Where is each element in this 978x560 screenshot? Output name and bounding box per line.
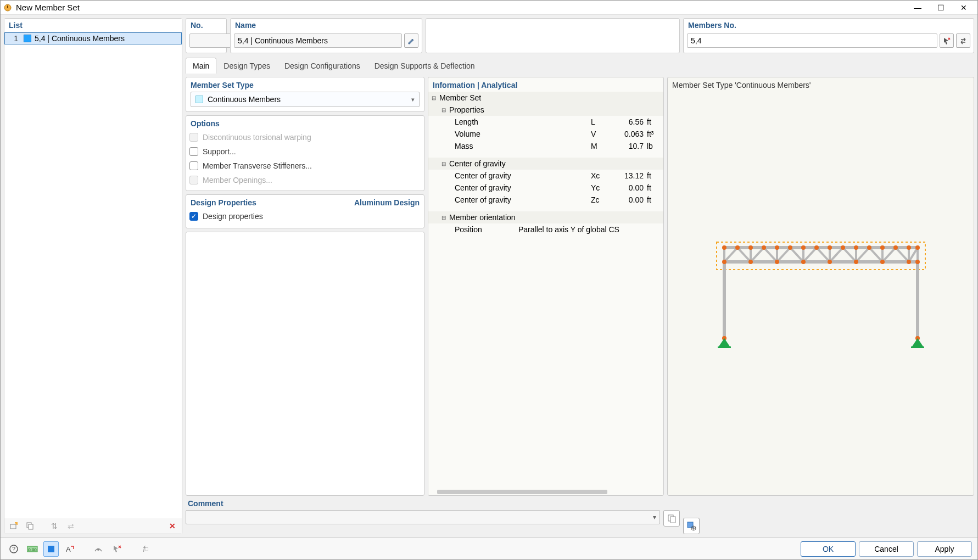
svg-point-46: [841, 245, 845, 250]
collapse-icon[interactable]: ⊟: [440, 160, 447, 167]
option-disc-warping-row: Discontinuous torsional warping: [186, 130, 424, 144]
svg-point-3: [15, 522, 18, 524]
preview-title: Member Set Type 'Continuous Members': [668, 77, 974, 93]
svg-point-41: [775, 245, 779, 250]
svg-line-26: [896, 248, 909, 262]
tab-main[interactable]: Main: [186, 58, 216, 74]
delete-icon[interactable]: ✕: [165, 519, 180, 533]
help-icon[interactable]: ?: [6, 541, 21, 557]
aluminum-design-link[interactable]: Aluminum Design: [354, 198, 420, 207]
left-column: List 1 5,4 | Continuous Members ⇅ ⇄: [4, 18, 182, 534]
edit-name-icon[interactable]: [404, 33, 418, 48]
view-settings-icon[interactable]: [91, 541, 106, 557]
tree-row-mass: Mass M 10.7 lb: [428, 140, 663, 152]
collapse-icon[interactable]: ⊟: [431, 94, 437, 101]
svg-line-23: [856, 248, 869, 262]
comment-combo[interactable]: ▾: [186, 510, 660, 524]
svg-point-53: [722, 260, 726, 264]
svg-point-44: [814, 245, 819, 250]
tree-orientation[interactable]: ⊟ Member orientation: [428, 211, 663, 223]
dialog-window: New Member Set — ☐ ✕ List 1 5,4 | Contin…: [0, 0, 978, 560]
option-support-row[interactable]: Support...: [186, 144, 424, 159]
design-properties-label: Design properties: [203, 212, 263, 221]
blank-header-box: [426, 18, 680, 53]
option-transverse-row[interactable]: Member Transverse Stiffeners...: [186, 159, 424, 173]
list-body: 1 5,4 | Continuous Members: [4, 32, 182, 518]
info-hscrollbar[interactable]: [428, 489, 663, 495]
name-input[interactable]: [234, 33, 402, 48]
reverse-order-icon[interactable]: [956, 33, 970, 48]
cancel-button[interactable]: Cancel: [859, 541, 914, 557]
minimize-button[interactable]: —: [906, 1, 929, 15]
type-color-swatch: [195, 96, 203, 103]
tabs: Main Design Types Design Configurations …: [186, 57, 974, 74]
apply-button[interactable]: Apply: [917, 541, 972, 557]
header-row: No. Name Members No.: [186, 18, 974, 53]
window-title: New Member Set: [16, 3, 80, 12]
tree-row-position: Position Parallel to axis Y of global CS: [428, 223, 663, 236]
pick-icon[interactable]: [109, 541, 125, 557]
new-item-icon[interactable]: [7, 519, 21, 533]
tree-cog[interactable]: ⊟ Center of gravity: [428, 158, 663, 170]
close-button[interactable]: ✕: [952, 1, 975, 15]
design-properties-header: Design Properties Aluminum Design: [186, 195, 424, 209]
tree-row-xc: Center of gravity Xc 13.12 ft: [428, 170, 663, 182]
members-no-input[interactable]: [687, 33, 937, 48]
renumber-icon[interactable]: ⇄: [64, 519, 78, 533]
no-label: No.: [186, 19, 226, 32]
tab-design-types[interactable]: Design Types: [216, 58, 277, 74]
list-item[interactable]: 1 5,4 | Continuous Members: [4, 32, 182, 44]
checkbox-design-properties[interactable]: ✓: [189, 212, 198, 221]
tab-design-supports[interactable]: Design Supports & Deflection: [367, 58, 482, 74]
svg-rect-67: [911, 346, 924, 348]
svg-line-22: [843, 248, 856, 262]
info-body: ⊟ Member Set ⊟ Properties Length L: [428, 92, 663, 489]
color-icon[interactable]: [43, 541, 59, 557]
svg-point-51: [907, 245, 911, 250]
svg-text:?: ?: [12, 546, 15, 552]
svg-line-17: [777, 248, 790, 262]
svg-rect-65: [718, 346, 731, 348]
name-label: Name: [231, 19, 422, 32]
maximize-button[interactable]: ☐: [929, 1, 952, 15]
svg-point-61: [915, 260, 920, 264]
pick-members-icon[interactable]: [940, 33, 954, 48]
design-properties-title: Design Properties: [191, 198, 256, 207]
option-openings-row: Member Openings...: [186, 173, 424, 187]
sort-icon[interactable]: ⇅: [47, 519, 62, 533]
svg-point-39: [748, 245, 753, 250]
svg-rect-76: [48, 546, 54, 552]
settings-column: Member Set Type Continuous Members ▾ Opt: [186, 77, 424, 496]
svg-line-14: [737, 248, 751, 262]
function-icon[interactable]: f□: [138, 541, 153, 557]
upper-area: List 1 5,4 | Continuous Members ⇅ ⇄: [4, 18, 974, 534]
collapse-icon[interactable]: ⊟: [440, 107, 447, 113]
svg-rect-2: [10, 524, 16, 529]
tab-design-configurations[interactable]: Design Configurations: [277, 58, 367, 74]
tree-properties[interactable]: ⊟ Properties: [428, 104, 663, 116]
comment-edit-icon[interactable]: [663, 510, 680, 527]
design-properties-row[interactable]: ✓ Design properties: [186, 209, 424, 223]
tree-cog-label: Center of gravity: [449, 159, 506, 168]
svg-point-52: [915, 245, 920, 250]
graphics-settings-icon[interactable]: [683, 518, 700, 534]
option-openings-label: Member Openings...: [203, 176, 272, 184]
svg-point-45: [828, 245, 832, 250]
chevron-down-icon: ▾: [411, 96, 415, 103]
checkbox-transverse[interactable]: [189, 161, 198, 170]
copy-item-icon[interactable]: [23, 519, 37, 533]
collapse-icon[interactable]: ⊟: [440, 214, 447, 221]
options-header: Options: [186, 116, 424, 130]
checkbox-support[interactable]: [189, 147, 198, 156]
text-settings-icon[interactable]: A: [62, 541, 77, 557]
units-icon[interactable]: 0.00: [25, 541, 40, 557]
titlebar: New Member Set — ☐ ✕: [1, 1, 977, 15]
preview-canvas[interactable]: [668, 93, 974, 495]
tree-member-set[interactable]: ⊟ Member Set: [428, 92, 663, 104]
svg-point-48: [867, 245, 871, 250]
svg-point-40: [762, 245, 766, 250]
member-set-type-select[interactable]: Continuous Members ▾: [191, 92, 420, 107]
ok-button[interactable]: OK: [801, 541, 856, 557]
checkbox-disc-warping: [189, 133, 198, 142]
app-icon: [3, 3, 13, 13]
